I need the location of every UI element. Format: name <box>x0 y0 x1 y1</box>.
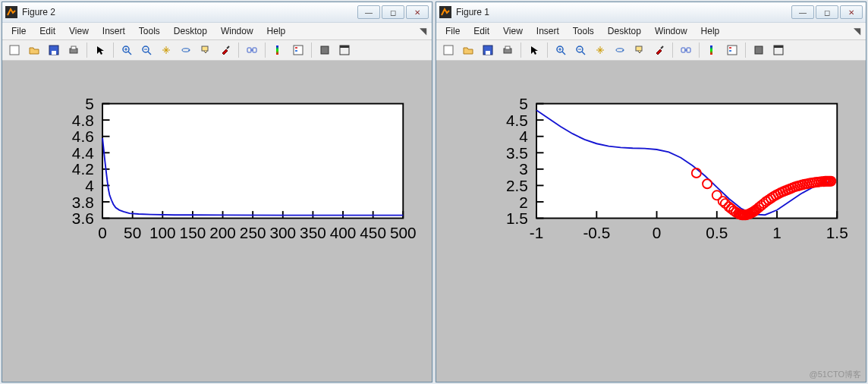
open-icon[interactable] <box>459 41 477 59</box>
svg-text:4: 4 <box>85 177 94 194</box>
open-icon[interactable] <box>25 41 43 59</box>
svg-text:2: 2 <box>519 194 528 211</box>
menu-tools[interactable]: Tools <box>133 24 166 38</box>
brush-icon[interactable] <box>216 41 234 59</box>
svg-rect-21 <box>295 47 297 49</box>
matlab-icon <box>439 6 451 18</box>
watermark: @51CTO博客 <box>810 369 861 380</box>
close-button[interactable]: ✕ <box>406 5 429 19</box>
hide-tools-icon[interactable] <box>316 41 334 59</box>
zoom-in-icon[interactable] <box>552 41 570 59</box>
svg-text:5: 5 <box>85 95 94 112</box>
save-icon[interactable] <box>45 41 63 59</box>
rotate3d-icon[interactable] <box>177 41 195 59</box>
titlebar[interactable]: Figure 1 — ◻ ✕ <box>436 2 866 23</box>
svg-rect-85 <box>728 46 737 55</box>
svg-rect-0 <box>5 6 17 18</box>
svg-text:3.8: 3.8 <box>72 194 94 211</box>
svg-rect-26 <box>102 104 403 219</box>
svg-text:-0.5: -0.5 <box>583 224 610 241</box>
svg-text:1: 1 <box>772 224 782 241</box>
print-icon[interactable] <box>64 41 83 59</box>
menu-view[interactable]: View <box>63 24 95 38</box>
dock-icon[interactable] <box>769 41 788 59</box>
colorbar-icon[interactable] <box>269 41 288 59</box>
svg-rect-88 <box>755 46 763 54</box>
zoom-out-icon[interactable] <box>571 41 590 59</box>
rotate3d-icon[interactable] <box>611 41 629 59</box>
menu-tools[interactable]: Tools <box>567 24 600 38</box>
svg-rect-87 <box>729 50 731 52</box>
brush-icon[interactable] <box>650 41 668 59</box>
svg-rect-66 <box>444 46 453 55</box>
figure-window-2: Figure 2 — ◻ ✕ File Edit View Insert Too… <box>2 2 432 382</box>
menu-desktop[interactable]: Desktop <box>168 24 213 38</box>
window-title: Figure 1 <box>456 7 787 17</box>
svg-text:400: 400 <box>330 224 357 241</box>
menu-insert[interactable]: Insert <box>530 24 565 38</box>
datatip-icon[interactable] <box>197 41 215 59</box>
axes[interactable]: 0501001502002503003504004505003.63.844.2… <box>2 61 432 275</box>
menu-dropdown-icon[interactable]: ◥ <box>417 26 429 36</box>
menu-desktop[interactable]: Desktop <box>602 24 647 38</box>
svg-text:100: 100 <box>149 224 176 241</box>
svg-line-11 <box>148 52 151 55</box>
print-icon[interactable] <box>498 41 517 59</box>
close-button[interactable]: ✕ <box>840 5 863 19</box>
svg-text:4.2: 4.2 <box>72 160 94 178</box>
svg-text:150: 150 <box>180 224 206 241</box>
svg-line-76 <box>582 52 585 55</box>
pointer-icon[interactable] <box>91 41 109 59</box>
svg-line-15 <box>227 46 229 49</box>
hide-tools-icon[interactable] <box>750 41 768 59</box>
menu-edit[interactable]: Edit <box>467 24 495 38</box>
menu-window[interactable]: Window <box>215 24 259 38</box>
menu-file[interactable]: File <box>5 24 32 38</box>
save-icon[interactable] <box>479 41 497 59</box>
minimize-button[interactable]: — <box>357 5 380 19</box>
svg-text:0: 0 <box>98 224 107 241</box>
menu-help[interactable]: Help <box>261 24 292 38</box>
svg-rect-22 <box>295 50 297 52</box>
pointer-icon[interactable] <box>525 41 543 59</box>
svg-line-7 <box>128 52 131 55</box>
zoom-in-icon[interactable] <box>118 41 136 59</box>
svg-rect-5 <box>71 46 76 49</box>
pan-icon[interactable] <box>157 41 175 59</box>
menu-edit[interactable]: Edit <box>33 24 61 38</box>
legend-icon[interactable] <box>289 41 307 59</box>
colorbar-icon[interactable] <box>703 41 722 59</box>
menu-dropdown-icon[interactable]: ◥ <box>851 26 863 36</box>
menu-view[interactable]: View <box>497 24 529 38</box>
titlebar[interactable]: Figure 2 — ◻ ✕ <box>2 2 432 23</box>
svg-rect-68 <box>486 51 490 55</box>
svg-text:4: 4 <box>519 127 528 145</box>
minimize-button[interactable]: — <box>791 5 814 19</box>
menu-window[interactable]: Window <box>649 24 693 38</box>
menubar: File Edit View Insert Tools Desktop Wind… <box>2 23 432 40</box>
legend-icon[interactable] <box>723 41 741 59</box>
svg-rect-1 <box>10 46 19 55</box>
link-icon[interactable] <box>243 41 261 59</box>
axes[interactable]: -1-0.500.511.51.522.533.544.55 <box>436 61 866 275</box>
menu-help[interactable]: Help <box>695 24 726 38</box>
link-icon[interactable] <box>677 41 695 59</box>
figure-canvas[interactable]: -1-0.500.511.51.522.533.544.55 @51CTO博客 <box>436 61 866 382</box>
dock-icon[interactable] <box>335 41 354 59</box>
new-figure-icon[interactable] <box>439 41 458 59</box>
maximize-button[interactable]: ◻ <box>382 5 404 19</box>
maximize-button[interactable]: ◻ <box>816 5 838 19</box>
pan-icon[interactable] <box>591 41 609 59</box>
svg-rect-79 <box>636 46 642 51</box>
menu-insert[interactable]: Insert <box>96 24 131 38</box>
figure-canvas[interactable]: 0501001502002503003504004505003.63.844.2… <box>2 61 432 382</box>
svg-rect-86 <box>729 47 731 49</box>
datatip-icon[interactable] <box>631 41 649 59</box>
new-figure-icon[interactable] <box>5 41 24 59</box>
svg-rect-65 <box>439 6 451 18</box>
menu-file[interactable]: File <box>439 24 466 38</box>
svg-text:3.5: 3.5 <box>506 144 528 162</box>
matlab-icon <box>5 6 17 18</box>
svg-text:350: 350 <box>300 224 326 241</box>
zoom-out-icon[interactable] <box>137 41 156 59</box>
